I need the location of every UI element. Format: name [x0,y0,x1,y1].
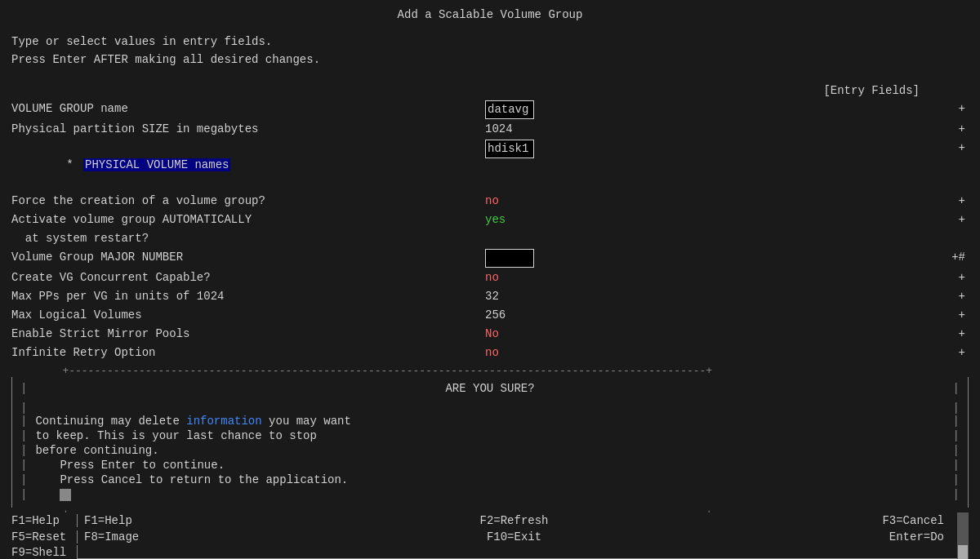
label-mirror-pools: Enable Strict Mirror Pools [11,326,485,343]
val-no-force: no [485,194,499,207]
fkey-f2-inner[interactable]: F2=Refresh [371,514,657,527]
label-physical-volume: * PHYSICAL VOLUME names [11,140,485,191]
fkey-f5-outer[interactable]: F5=Reset [11,530,77,543]
label-at-restart: at system restart? [11,230,485,247]
dialog-line5: Press Cancel to return to the applicatio… [35,473,944,486]
dialog-box: | ARE YOU SURE? | | | | Continuing may d… [11,377,969,508]
plus-activate: + [944,211,969,228]
label-max-lv: Max Logical Volumes [11,307,485,324]
form-row: at system restart? [11,230,969,247]
form-row: Enable Strict Mirror Pools No + [11,326,969,343]
val-256: 256 [485,308,506,322]
value-volume-group-name[interactable]: datavg [485,100,944,119]
val-32: 32 [485,290,499,303]
dialog-line1: Continuing may delete information you ma… [35,415,944,428]
plus-force: + [944,193,969,210]
pipe-right: | [945,444,968,457]
dialog-separator-top: +---------------------------------------… [11,365,969,377]
dialog-line3: before continuing. [35,444,944,457]
value-major-number[interactable] [485,249,944,268]
field-datavg[interactable]: datavg [485,100,534,119]
form-row: Create VG Concurrent Capable? no + [11,269,969,286]
value-max-lv[interactable]: 256 [485,307,944,324]
cursor-block [60,489,71,501]
field-major[interactable] [485,249,534,268]
pipe-left: | [12,429,35,442]
form-row: Infinite Retry Option no + [11,344,969,362]
scrollbar-thumb[interactable] [958,545,968,559]
pipe-left: | [12,473,35,486]
plus-physical-volume: + [944,140,969,157]
entry-fields-header: [Entry Fields] [11,84,920,97]
form-row: Max PPs per VG in units of 1024 32 + [11,288,969,305]
cursor-line [35,488,944,501]
fkey-enter-inner[interactable]: Enter=Do [657,530,957,543]
bottom-bar: F1=Help F1=Help F2=Refresh F3=Cancel F5=… [0,512,980,559]
instruction-line1: Type or select values in entry fields. [11,33,969,51]
fkey-f8-inner[interactable]: F8=Image [84,530,371,543]
value-partition-size[interactable]: 1024 [485,121,944,138]
label-activate-auto: Activate volume group AUTOMATICALLY [11,211,485,228]
label-concurrent: Create VG Concurrent Capable? [11,269,485,286]
form-row: VOLUME GROUP name datavg + [11,100,969,119]
page-title: Add a Scalable Volume Group [11,8,969,21]
form-section: [Entry Fields] VOLUME GROUP name datavg … [11,84,969,362]
fkey-f10-inner[interactable]: F10=Exit [371,530,657,543]
plus-concurrent: + [944,269,969,286]
val-no-mirror: No [485,327,499,340]
dialog-spacer [35,402,944,415]
scrollbar-area-last [957,545,969,559]
plus-partition-size: + [944,121,969,138]
form-row: Volume Group MAJOR NUMBER +# [11,249,969,268]
pipe-right: | [945,488,968,501]
instruction-line2: Press Enter AFTER making all desired cha… [11,51,969,69]
form-row: Activate volume group AUTOMATICALLY yes … [11,211,969,228]
dialog-line4: Press Enter to continue. [35,459,944,472]
scrollbar-area-bottom [957,529,969,545]
value-max-pps[interactable]: 32 [485,288,944,305]
label-partition-size: Physical partition SIZE in megabytes [11,121,485,138]
value-concurrent[interactable]: no [485,269,944,286]
value-infinite-retry[interactable]: no [485,344,944,362]
pipe-right-title: | [945,382,968,395]
fkey-f1-inner[interactable]: F1=Help [84,514,371,527]
form-row: Max Logical Volumes 256 + [11,307,969,324]
plus-major: +# [944,249,969,266]
pipe-left: | [12,402,35,415]
val-no-retry: no [485,346,499,359]
value-force-creation[interactable]: no [485,193,944,210]
pipe-left: | [12,459,35,472]
screen: Add a Scalable Volume Group Type or sele… [0,0,980,559]
field-hdisk1[interactable]: hdisk1 [485,140,534,158]
value-mirror-pools[interactable]: No [485,326,944,343]
pipe-right: | [945,415,968,428]
dialog-line2: to keep. This is your last chance to sto… [35,429,944,442]
pipe-right: | [945,473,968,486]
dialog-title: ARE YOU SURE? [35,382,944,395]
label-force-creation: Force the creation of a volume group? [11,193,485,210]
val-1024: 1024 [485,122,513,135]
highlight-information: information [186,415,261,428]
pipe-right: | [945,459,968,472]
instructions: Type or select values in entry fields. P… [11,33,969,69]
form-row: * PHYSICAL VOLUME names hdisk1 + [11,140,969,191]
pipe-right: | [945,402,968,415]
value-physical-volume[interactable]: hdisk1 [485,140,944,158]
plus-max-pps: + [944,288,969,305]
label-infinite-retry: Infinite Retry Option [11,344,485,362]
plus-mirror: + [944,326,969,343]
form-row: Physical partition SIZE in megabytes 102… [11,121,969,138]
pipe-left: | [12,488,35,501]
value-activate-auto[interactable]: yes [485,211,944,228]
form-row: Force the creation of a volume group? no… [11,193,969,210]
plus-retry: + [944,344,969,362]
fkey-f9-outer[interactable]: F9=Shell [11,546,77,559]
asterisk: * [66,158,80,171]
val-yes-activate: yes [485,213,506,226]
fkey-f3-inner[interactable]: F3=Cancel [657,514,957,527]
scrollbar-area-top [957,512,969,529]
pipe-left: | [12,444,35,457]
fkey-f1-outer[interactable]: F1=Help [11,514,77,527]
val-no-concurrent: no [485,271,499,284]
label-max-pps: Max PPs per VG in units of 1024 [11,288,485,305]
